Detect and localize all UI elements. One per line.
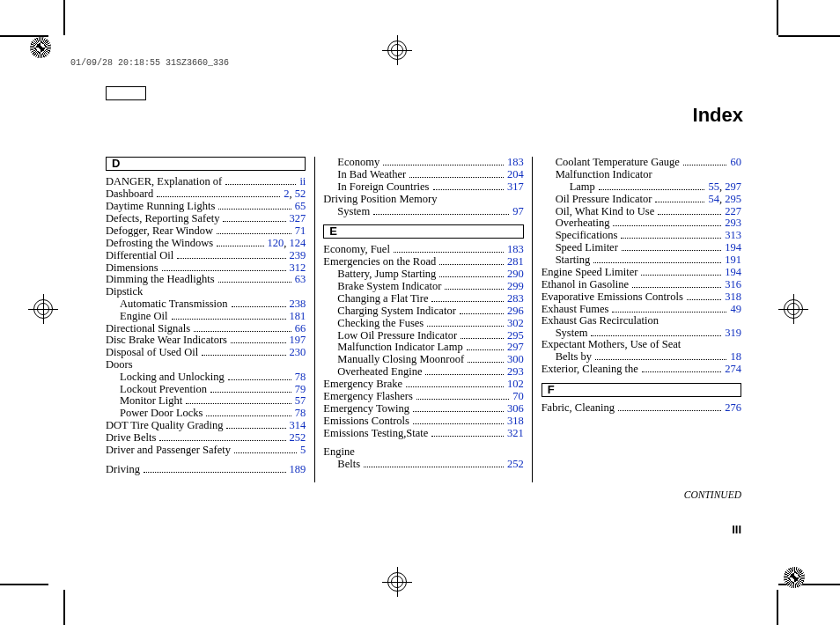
page-link[interactable]: 97 xyxy=(512,205,524,217)
page-link[interactable]: 189 xyxy=(290,463,306,475)
page-link[interactable]: 55 xyxy=(708,180,719,193)
leader-dots xyxy=(599,180,705,189)
page-link[interactable]: 296 xyxy=(507,305,524,317)
page-link[interactable]: 318 xyxy=(507,415,524,427)
page-link[interactable]: 327 xyxy=(290,212,306,224)
page-link[interactable]: 318 xyxy=(725,290,741,303)
page-link[interactable]: 314 xyxy=(290,419,306,431)
page-link[interactable]: 65 xyxy=(295,200,306,212)
index-entry-label: Doors xyxy=(106,359,133,371)
index-entry-pages: 79 xyxy=(295,384,306,396)
page-link[interactable]: 181 xyxy=(290,310,306,322)
index-entry-pages: 97 xyxy=(512,206,524,218)
page-link[interactable]: 66 xyxy=(295,322,306,335)
page-link[interactable]: 5 xyxy=(300,444,306,456)
leader-dots xyxy=(433,181,504,190)
index-entry: Economy183 xyxy=(323,157,523,169)
page-link[interactable]: 290 xyxy=(507,268,524,280)
page-link[interactable]: 297 xyxy=(725,180,741,193)
index-entry: Belts by18 xyxy=(542,351,741,364)
page-link[interactable]: 49 xyxy=(730,303,741,315)
page-link[interactable]: 230 xyxy=(290,346,306,358)
page-link[interactable]: 317 xyxy=(507,180,524,193)
page-link[interactable]: 194 xyxy=(725,266,741,278)
index-columns: DDANGER, Explanation ofiiDashboard2, 52D… xyxy=(106,157,741,482)
leader-dots xyxy=(593,254,721,263)
index-entry-pages: 314 xyxy=(290,420,306,432)
index-entry-label: Economy xyxy=(337,157,379,169)
index-entry-pages: 276 xyxy=(725,402,741,415)
index-entry: Low Oil Pressure Indicator295 xyxy=(323,329,523,342)
page-link[interactable]: 120 xyxy=(268,237,284,249)
page-link[interactable]: 313 xyxy=(725,229,741,241)
leader-dots xyxy=(172,310,286,319)
page-link[interactable]: 276 xyxy=(725,401,741,414)
page-link[interactable]: 71 xyxy=(295,224,306,237)
index-entry-label: Dimensions xyxy=(106,262,158,275)
index-entry-label: Coolant Temperature Gauge xyxy=(556,157,680,169)
page-link[interactable]: 302 xyxy=(507,317,524,329)
index-entry: Changing a Flat Tire283 xyxy=(323,293,523,305)
page-link[interactable]: 295 xyxy=(725,193,741,205)
page-link[interactable]: 102 xyxy=(507,378,524,390)
page-link[interactable]: 79 xyxy=(295,383,306,395)
index-entry-label: Driver and Passenger Safety xyxy=(106,445,231,457)
page-link[interactable]: 197 xyxy=(290,334,306,346)
page-link[interactable]: 191 xyxy=(725,254,741,266)
page-link[interactable]: 183 xyxy=(507,243,524,255)
index-entry: Starting191 xyxy=(542,254,741,267)
index-entry: Driving189 xyxy=(106,463,306,475)
page-link[interactable]: 78 xyxy=(295,371,306,383)
page-link[interactable]: 316 xyxy=(725,278,741,290)
page-link[interactable]: 63 xyxy=(295,273,306,285)
page-link[interactable]: 293 xyxy=(725,217,741,229)
page-link[interactable]: 281 xyxy=(507,255,524,268)
page-link[interactable]: 183 xyxy=(507,156,524,168)
page-link[interactable]: 60 xyxy=(730,156,741,168)
page-link[interactable]: 52 xyxy=(295,188,306,200)
page-link[interactable]: 295 xyxy=(507,329,524,342)
page-link[interactable]: 54 xyxy=(708,193,719,205)
leader-dots xyxy=(157,188,280,197)
index-entry: Oil Pressure Indicator54, 295 xyxy=(542,193,741,205)
index-entry: Overheating293 xyxy=(542,217,741,230)
page-link[interactable]: 274 xyxy=(725,363,741,375)
page-link[interactable]: 252 xyxy=(290,431,306,444)
index-entry: Expectant Mothers, Use of Seat xyxy=(542,339,741,351)
index-entry: Emergency Brake102 xyxy=(323,379,523,391)
leader-dots xyxy=(206,408,291,416)
index-entry-label: Lamp xyxy=(570,181,595,194)
page-link[interactable]: 319 xyxy=(725,327,741,339)
page-link[interactable]: 299 xyxy=(507,280,524,292)
page-link[interactable]: ii xyxy=(299,175,306,188)
page-link[interactable]: 18 xyxy=(730,350,741,363)
leader-dots xyxy=(467,342,504,350)
page-link[interactable]: 204 xyxy=(507,168,524,180)
page-link[interactable]: 78 xyxy=(295,407,306,419)
page-link[interactable]: 306 xyxy=(507,402,524,415)
leader-dots xyxy=(622,242,721,251)
page-link[interactable]: 239 xyxy=(290,249,306,261)
page-link[interactable]: 70 xyxy=(512,390,524,402)
page-link[interactable]: 321 xyxy=(507,427,524,439)
print-timestamp: 01/09/28 20:18:55 31SZ3660_336 xyxy=(70,58,229,68)
index-entry-label: DOT Tire Quality Grading xyxy=(106,420,223,432)
page-link[interactable]: 227 xyxy=(725,205,741,217)
index-entry: Exhaust Gas Recirculation xyxy=(542,315,741,327)
index-entry: System97 xyxy=(323,205,523,217)
page-link[interactable]: 297 xyxy=(507,341,524,353)
page-link[interactable]: 238 xyxy=(290,298,306,310)
page-link[interactable]: 124 xyxy=(290,237,306,249)
page-link[interactable]: 57 xyxy=(295,394,306,407)
leader-dots xyxy=(232,298,286,306)
page-link[interactable]: 252 xyxy=(507,458,524,470)
page-link[interactable]: 283 xyxy=(507,292,524,305)
page-link[interactable]: 293 xyxy=(507,365,524,378)
index-entry-pages: 295 xyxy=(507,330,524,342)
page-link[interactable]: 312 xyxy=(290,261,306,274)
page-link[interactable]: 194 xyxy=(725,241,741,254)
index-entry: Driver and Passenger Safety5 xyxy=(106,445,306,457)
page-link[interactable]: 300 xyxy=(507,353,524,365)
index-entry-label: Driving xyxy=(106,464,140,476)
index-entry-pages: 227 xyxy=(725,206,741,218)
